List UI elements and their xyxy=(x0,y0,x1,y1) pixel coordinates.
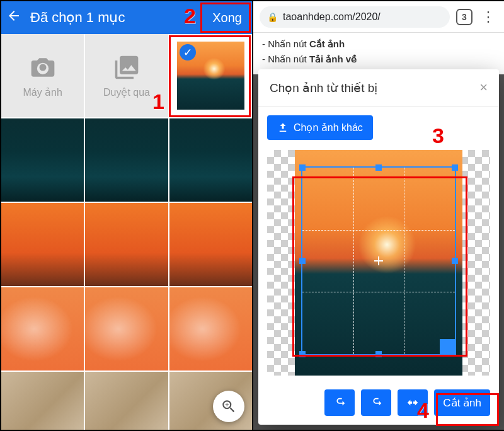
crop-handle[interactable] xyxy=(299,164,306,171)
crop-stage[interactable] xyxy=(267,150,490,376)
crop-image xyxy=(295,150,462,376)
crop-rectangle[interactable] xyxy=(301,166,456,355)
photo-thumb[interactable] xyxy=(85,287,168,371)
crop-modal: Chọn ảnh từ thiết bị × Chọn ảnh khác xyxy=(258,69,499,425)
crop-handle[interactable] xyxy=(299,351,306,357)
browser-pane: 🔒 taoanhdep.com/2020/ 3 ⋮ - Nhấn nút Cắt… xyxy=(253,1,504,430)
photo-thumb[interactable] xyxy=(85,118,168,202)
rotate-right-icon xyxy=(369,396,383,410)
browse-label: Duyệt qua xyxy=(103,86,150,98)
camera-tile[interactable]: Máy ảnh xyxy=(1,34,84,117)
photo-thumb[interactable] xyxy=(85,203,168,286)
modal-body: Chọn ảnh khác xyxy=(258,106,499,382)
picker-header: Đã chọn 1 mục Xong xyxy=(1,1,252,34)
close-icon[interactable]: × xyxy=(479,79,488,96)
flip-horizontal-button[interactable] xyxy=(398,389,428,416)
crop-handle[interactable] xyxy=(375,164,382,171)
browse-tile[interactable]: Duyệt qua xyxy=(85,34,168,117)
photo-thumb[interactable] xyxy=(169,118,252,202)
crop-handle[interactable] xyxy=(375,351,382,357)
zoom-fab[interactable] xyxy=(213,391,244,422)
overflow-menu-icon[interactable]: ⋮ xyxy=(479,9,498,25)
browser-toolbar: 🔒 taoanhdep.com/2020/ 3 ⋮ xyxy=(253,1,504,33)
photo-thumb[interactable] xyxy=(1,287,84,371)
rotate-right-button[interactable] xyxy=(361,389,391,416)
photo-grid: Máy ảnh Duyệt qua ✓ xyxy=(1,34,252,430)
done-button[interactable]: Xong xyxy=(207,8,247,28)
modal-header: Chọn ảnh từ thiết bị × xyxy=(258,69,499,106)
gallery-picker-pane: Đã chọn 1 mục Xong 2 Máy ảnh Duyệt qua ✓ xyxy=(1,1,252,430)
photo-thumb[interactable] xyxy=(1,372,84,430)
address-bar[interactable]: 🔒 taoanhdep.com/2020/ xyxy=(260,6,450,28)
photo-thumb[interactable] xyxy=(169,287,252,371)
crop-handle[interactable] xyxy=(452,164,458,171)
photo-thumb[interactable] xyxy=(1,118,84,202)
crop-handle[interactable] xyxy=(452,258,458,264)
page-instructions: - Nhấn nút Cắt ảnh - Nhấn nút Tải ảnh về xyxy=(253,33,504,74)
back-arrow-icon[interactable] xyxy=(6,8,21,27)
rotate-left-icon xyxy=(333,396,346,410)
tab-count-button[interactable]: 3 xyxy=(456,9,472,25)
upload-icon xyxy=(277,122,289,134)
photo-thumb[interactable] xyxy=(1,203,84,286)
url-text: taoanhdep.com/2020/ xyxy=(283,11,381,23)
rotate-left-button[interactable] xyxy=(324,389,355,416)
modal-title: Chọn ảnh từ thiết bị xyxy=(270,81,377,95)
photo-thumb[interactable] xyxy=(85,372,168,430)
photo-thumb[interactable] xyxy=(169,203,252,286)
selected-check-icon: ✓ xyxy=(180,44,196,60)
crop-resize-handle[interactable] xyxy=(440,339,456,355)
modal-footer: Cắt ảnh xyxy=(258,382,499,425)
flip-horizontal-icon xyxy=(406,396,420,410)
picker-title: Đã chọn 1 mục xyxy=(30,9,198,26)
photo-thumb-selected[interactable]: ✓ xyxy=(169,34,252,117)
crop-handle[interactable] xyxy=(299,258,306,264)
crop-button[interactable]: Cắt ảnh xyxy=(434,389,490,416)
crop-center-icon xyxy=(374,256,383,265)
camera-label: Máy ảnh xyxy=(23,86,62,98)
lock-icon: 🔒 xyxy=(267,12,278,22)
choose-another-button[interactable]: Chọn ảnh khác xyxy=(267,115,373,140)
